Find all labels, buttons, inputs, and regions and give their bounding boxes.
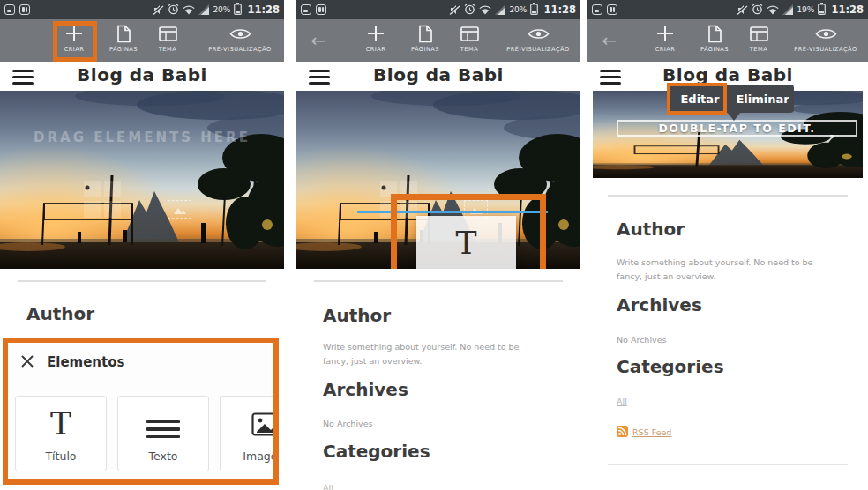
- notification-icons: [301, 4, 326, 15]
- battery-percent: 19%: [797, 5, 814, 14]
- element-card-label: Título: [16, 449, 106, 463]
- clock-time: 11:28: [247, 4, 280, 16]
- annotation-box-create: [53, 21, 97, 62]
- battery-percent: 20%: [213, 5, 230, 14]
- pages-label: PÁGINAS: [411, 46, 439, 53]
- back-icon[interactable]: ←: [598, 30, 621, 51]
- elements-drawer-title: Elementos: [47, 354, 124, 370]
- site-title[interactable]: Blog da Babi: [296, 64, 580, 85]
- element-card-label: Imagem: [221, 449, 279, 463]
- phone-screen-3: 19% 11:28 ← CRIAR PÁGINAS TEMA PRÉ-VISUA…: [587, 0, 868, 490]
- header-photo[interactable]: T Título: [296, 91, 580, 269]
- notification-icons: [4, 4, 30, 15]
- image-element-icon: [221, 404, 279, 444]
- status-bar: 20% 11:28: [296, 0, 580, 19]
- all-categories-link[interactable]: All: [617, 397, 627, 406]
- element-card-text[interactable]: Texto: [117, 396, 209, 471]
- archives-empty-text: No Archives: [617, 333, 666, 347]
- notification-icons: [592, 4, 617, 15]
- title-placeholder-text: DOUBLE-TAP TO EDIT.: [658, 122, 815, 135]
- wifi-icon: [767, 2, 779, 19]
- categories-heading: Categories: [617, 356, 724, 377]
- element-card-image[interactable]: Imagem: [220, 396, 279, 471]
- signal-icon: [495, 2, 505, 19]
- pages-label: PÁGINAS: [700, 46, 729, 53]
- preview-button[interactable]: PRÉ-VISUALIZAÇÃO: [198, 23, 282, 60]
- clock-time: 11:28: [543, 4, 576, 16]
- section-divider: [608, 195, 848, 197]
- theme-button[interactable]: TEMA: [727, 23, 790, 60]
- delete-button[interactable]: Eliminar: [731, 85, 794, 113]
- author-heading: Author: [617, 219, 685, 240]
- tooltip-caret: [727, 112, 741, 121]
- rss-feed-link[interactable]: RSS Feed: [617, 424, 671, 441]
- signal-icon: [198, 2, 209, 19]
- create-label: CRIAR: [655, 46, 676, 53]
- section-divider: [314, 280, 563, 282]
- editor-toolbar: ← CRIAR PÁGINAS TEMA PRÉ-VISUALIZAÇÃO: [587, 19, 868, 62]
- archives-heading: Archives: [323, 379, 408, 400]
- drag-elements-watermark: DRAG ELEMENTS HERE: [0, 130, 284, 145]
- selected-title-element[interactable]: DOUBLE-TAP TO EDIT.: [617, 120, 857, 137]
- element-card-label: Texto: [118, 449, 208, 463]
- beach-sunset-photo: [0, 91, 284, 269]
- header-photo[interactable]: DRAG ELEMENTS HERE: [0, 91, 284, 269]
- drop-grid-overlay: [84, 181, 123, 218]
- theme-button[interactable]: TEMA: [136, 23, 199, 60]
- alarm-icon: [168, 2, 179, 19]
- archives-heading: Archives: [617, 294, 702, 316]
- element-card-title[interactable]: T Título: [15, 396, 107, 471]
- alarm-icon: [464, 2, 475, 19]
- theme-button[interactable]: TEMA: [438, 23, 501, 60]
- screenshot-icon: [4, 4, 15, 15]
- site-title[interactable]: Blog da Babi: [587, 64, 868, 85]
- reader-icon: [607, 4, 617, 15]
- close-icon[interactable]: [20, 354, 34, 368]
- site-header: Blog da Babi: [0, 62, 284, 91]
- site-title[interactable]: Blog da Babi: [0, 64, 284, 85]
- battery-icon: [530, 2, 538, 19]
- editor-toolbar: CRIAR PÁGINAS TEMA PRÉ-VISUALIZAÇÃO: [0, 19, 284, 62]
- theme-icon: [159, 23, 177, 44]
- mute-icon: [736, 2, 748, 19]
- author-heading: Author: [26, 303, 94, 324]
- eye-icon: [229, 23, 251, 44]
- phone-screen-1: 20% 11:28 CRIAR PÁGINAS TEMA PRÉ-VISUALI…: [0, 0, 284, 490]
- page-icon: [418, 23, 433, 44]
- theme-label: TEMA: [750, 46, 767, 53]
- battery-icon: [818, 2, 826, 19]
- preview-button[interactable]: PRÉ-VISUALIZAÇÃO: [783, 23, 868, 60]
- clock-time: 11:28: [831, 4, 864, 16]
- battery-icon: [234, 2, 242, 19]
- back-icon[interactable]: ←: [307, 30, 330, 51]
- page-icon: [707, 23, 722, 44]
- eye-icon: [528, 23, 550, 44]
- annotation-box-drag: [391, 194, 546, 269]
- wifi-icon: [183, 2, 195, 19]
- author-text: Write something about yourself. No need …: [323, 340, 533, 368]
- create-label: CRIAR: [366, 46, 386, 53]
- alarm-icon: [752, 2, 763, 19]
- status-bar: 20% 11:28: [0, 0, 284, 19]
- plus-icon: [655, 23, 675, 44]
- author-heading: Author: [323, 305, 391, 326]
- theme-icon: [460, 23, 479, 44]
- signal-icon: [782, 2, 793, 19]
- annotation-box-edit: [667, 83, 727, 115]
- drawer-divider: [8, 382, 273, 382]
- all-categories-link[interactable]: All: [323, 483, 333, 490]
- mute-icon: [448, 2, 460, 19]
- theme-icon: [750, 23, 768, 44]
- section-divider: [608, 464, 848, 465]
- page-icon: [116, 23, 131, 44]
- pages-label: PÁGINAS: [109, 46, 138, 53]
- tutorial-screenshot-strip: 20% 11:28 CRIAR PÁGINAS TEMA PRÉ-VISUALI…: [0, 0, 868, 490]
- preview-button[interactable]: PRÉ-VISUALIZAÇÃO: [496, 23, 580, 60]
- author-text: Write something about yourself. No need …: [617, 256, 834, 284]
- screenshot-icon: [592, 4, 602, 15]
- reader-icon: [316, 4, 326, 15]
- title-element-icon: T: [16, 404, 106, 444]
- categories-heading: Categories: [323, 441, 430, 462]
- preview-label: PRÉ-VISUALIZAÇÃO: [506, 46, 569, 53]
- preview-label: PRÉ-VISUALIZAÇÃO: [794, 46, 857, 53]
